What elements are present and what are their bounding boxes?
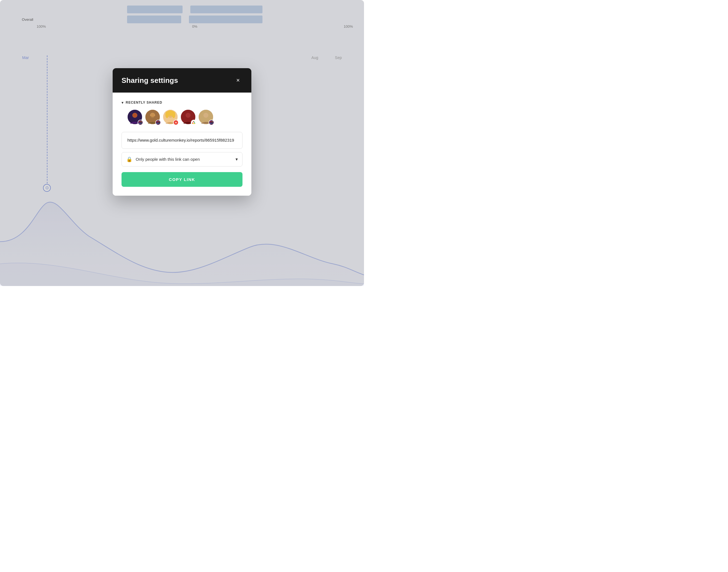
modal-close-button[interactable]: × <box>234 76 242 85</box>
svg-rect-43 <box>210 121 211 122</box>
chevron-down-icon: ▾ <box>122 100 123 105</box>
avatar-2[interactable] <box>145 110 161 125</box>
avatar-1[interactable] <box>128 110 143 125</box>
avatar-3[interactable]: M <box>163 110 179 125</box>
lock-icon: 🔒 <box>126 156 132 162</box>
svg-rect-9 <box>141 121 142 122</box>
svg-rect-18 <box>157 123 158 124</box>
modal-overlay: Sharing settings × ▾ RECENTLY SHARED <box>0 0 364 286</box>
svg-rect-10 <box>139 121 140 122</box>
recently-shared-header: ▾ RECENTLY SHARED <box>122 100 242 105</box>
url-field: https://www.gold.culturemonkey.io/report… <box>122 132 242 149</box>
permission-dropdown[interactable]: 🔒 Only people with this link can open ▾ <box>122 152 242 166</box>
chevron-down-permission-icon: ▾ <box>236 157 238 162</box>
avatar-2-badge <box>156 120 161 125</box>
svg-rect-8 <box>141 123 141 124</box>
svg-point-26 <box>172 112 175 118</box>
avatar-4-badge <box>191 120 196 125</box>
avatar-5[interactable] <box>199 110 214 125</box>
avatar-row: M <box>122 110 242 125</box>
avatar-1-badge <box>138 120 143 125</box>
svg-point-2 <box>133 113 137 118</box>
svg-rect-40 <box>210 123 211 124</box>
modal-body: ▾ RECENTLY SHARED <box>113 92 251 196</box>
copy-link-button[interactable]: COPY LINK <box>122 172 242 187</box>
permission-text: Only people with this link can open <box>136 157 232 161</box>
avatar-5-badge <box>208 120 214 125</box>
avatar-3-badge: M <box>173 120 179 125</box>
svg-point-28 <box>186 113 191 118</box>
modal-title: Sharing settings <box>122 76 178 85</box>
svg-rect-20 <box>159 121 160 122</box>
svg-rect-41 <box>212 123 212 124</box>
recently-shared-label: RECENTLY SHARED <box>126 100 162 104</box>
avatar-4[interactable] <box>181 110 196 125</box>
svg-point-35 <box>203 113 208 118</box>
svg-rect-21 <box>157 121 158 122</box>
svg-point-25 <box>165 112 169 118</box>
svg-rect-19 <box>159 123 159 124</box>
svg-rect-42 <box>212 121 213 122</box>
sharing-settings-modal: Sharing settings × ▾ RECENTLY SHARED <box>113 68 251 196</box>
modal-header: Sharing settings × <box>113 68 251 92</box>
svg-rect-7 <box>139 123 140 124</box>
